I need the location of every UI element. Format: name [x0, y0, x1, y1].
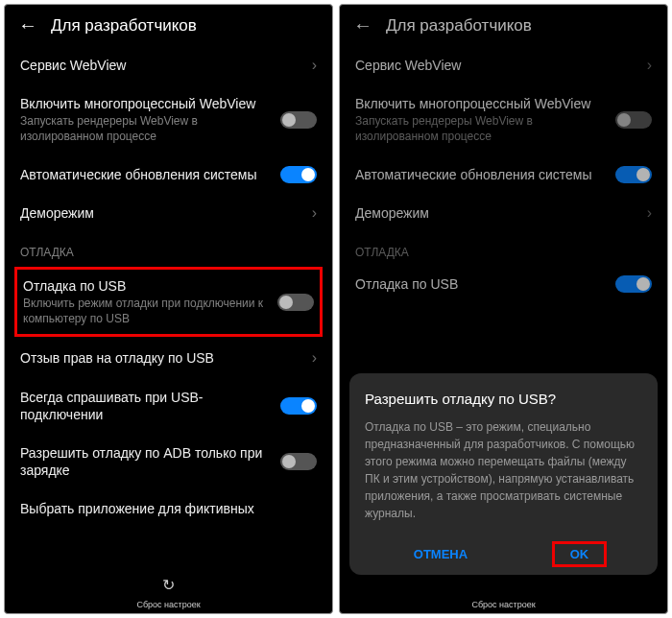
- row-webview-service[interactable]: Сервис WebView ›: [340, 46, 667, 84]
- row-label: Деморежим: [355, 204, 639, 222]
- row-sublabel: Включить режим отладки при подключении к…: [23, 297, 270, 326]
- section-header-debug: ОТЛАДКА: [5, 232, 332, 265]
- row-label: Деморежим: [20, 204, 304, 222]
- row-revoke-usb-auth[interactable]: Отзыв прав на отладку по USB ›: [5, 339, 332, 377]
- toggle-usb-debugging[interactable]: [615, 275, 652, 293]
- page-title: Для разработчиков: [51, 16, 197, 36]
- page-title: Для разработчиков: [386, 16, 532, 36]
- row-sublabel: Запускать рендереры WebView в изолирован…: [355, 114, 615, 144]
- row-demo-mode[interactable]: Деморежим ›: [340, 194, 667, 232]
- row-mock-location-app[interactable]: Выбрать приложение для фиктивных: [5, 489, 332, 528]
- row-multiprocess-webview: Включить многопроцессный WebView Запуска…: [5, 84, 332, 154]
- toggle-auto-system-updates[interactable]: [280, 166, 317, 183]
- row-label: Сервис WebView: [20, 57, 304, 74]
- row-auto-system-updates: Автоматические обновления системы: [5, 155, 332, 194]
- row-sublabel: Запускать рендереры WebView в изолирован…: [20, 114, 280, 144]
- dialog-buttons: ОТМЕНА OK: [365, 535, 642, 567]
- row-webview-service[interactable]: Сервис WebView ›: [5, 46, 332, 84]
- row-auto-system-updates: Автоматические обновления системы: [340, 155, 667, 194]
- toggle-adb-charging-only[interactable]: [280, 453, 317, 470]
- toggle-multiprocess-webview[interactable]: [280, 111, 317, 129]
- row-always-ask-usb: Всегда спрашивать при USB-подключении: [5, 378, 332, 434]
- back-icon[interactable]: ←: [353, 14, 372, 36]
- section-header-debug: ОТЛАДКА: [340, 232, 667, 265]
- ok-button[interactable]: OK: [552, 541, 608, 567]
- chevron-right-icon: ›: [312, 349, 317, 367]
- footer-label: Сброс настроек: [471, 600, 535, 609]
- dialog-body: Отладка по USB – это режим, специально п…: [365, 418, 642, 522]
- row-label: Сервис WebView: [355, 57, 639, 74]
- row-label: Отладка по USB: [23, 277, 270, 295]
- toggle-auto-system-updates[interactable]: [615, 166, 652, 183]
- row-label: Всегда спрашивать при USB-подключении: [20, 389, 280, 423]
- row-label: Автоматические обновления системы: [20, 166, 280, 183]
- row-label: Автоматические обновления системы: [355, 166, 615, 183]
- footer-reset[interactable]: Сброс настроек: [340, 588, 667, 613]
- settings-list: Сервис WebView › Включить многопроцессны…: [5, 46, 332, 570]
- row-label: Отзыв прав на отладку по USB: [20, 349, 304, 367]
- cancel-button[interactable]: ОТМЕНА: [400, 541, 481, 567]
- dialog-title: Разрешить отладку по USB?: [365, 391, 642, 407]
- toggle-always-ask-usb[interactable]: [280, 397, 317, 415]
- reset-icon: ↻: [5, 576, 332, 594]
- row-label: Включить многопроцессный WebView: [355, 95, 615, 112]
- phone-left: ← Для разработчиков Сервис WebView › Вкл…: [4, 4, 333, 614]
- row-demo-mode[interactable]: Деморежим ›: [5, 194, 332, 232]
- usb-debug-dialog: Разрешить отладку по USB? Отладка по USB…: [349, 373, 658, 575]
- row-label: Разрешить отладку по ADB только при заря…: [20, 444, 280, 479]
- row-label: Выбрать приложение для фиктивных: [20, 500, 317, 517]
- row-label: Отладка по USB: [355, 275, 615, 293]
- phone-right: ← Для разработчиков Сервис WebView › Вкл…: [339, 4, 668, 614]
- chevron-right-icon: ›: [312, 57, 317, 74]
- toggle-multiprocess-webview[interactable]: [615, 111, 652, 129]
- row-label: Включить многопроцессный WebView: [20, 95, 280, 112]
- header: ← Для разработчиков: [5, 5, 332, 46]
- chevron-right-icon: ›: [647, 204, 652, 222]
- row-usb-debugging: Отладка по USB Включить режим отладки пр…: [14, 267, 323, 337]
- back-icon[interactable]: ←: [18, 14, 37, 36]
- footer-label: Сброс настроек: [136, 600, 200, 609]
- chevron-right-icon: ›: [647, 57, 652, 74]
- header: ← Для разработчиков: [340, 5, 667, 46]
- footer-reset[interactable]: ↻ Сброс настроек: [5, 570, 332, 613]
- row-multiprocess-webview: Включить многопроцессный WebView Запуска…: [340, 84, 667, 154]
- row-usb-debugging: Отладка по USB: [340, 265, 667, 303]
- toggle-usb-debugging[interactable]: [277, 294, 314, 311]
- chevron-right-icon: ›: [312, 204, 317, 222]
- row-adb-charging-only: Разрешить отладку по ADB только при заря…: [5, 434, 332, 489]
